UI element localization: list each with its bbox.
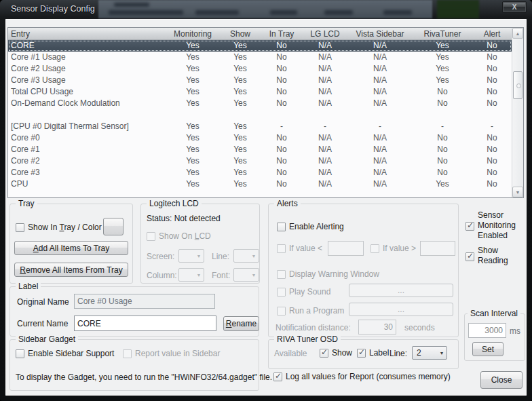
tray-color-button[interactable] <box>103 218 124 235</box>
log-all-values-checkbox[interactable]: Log all values for Report (consumes memo… <box>273 372 451 381</box>
scan-interval-input[interactable] <box>468 323 506 338</box>
titlebar-blur-blob <box>195 10 239 15</box>
titlebar-blur-blob <box>437 0 479 18</box>
gadget-note-text: To display the Gadget, you need to run t… <box>16 373 272 382</box>
riva-tuner-group: RIVA Tuner OSD Available Show Label Line… <box>268 339 459 369</box>
title-bar[interactable]: Sensor Display Config X <box>0 0 532 19</box>
group-title-label: Label <box>16 282 41 291</box>
group-title-alerts: Alerts <box>274 199 301 208</box>
display-warning-label: Display Warning Window <box>289 269 379 279</box>
table-row[interactable]: Core #1 UsageYesYesNoN/AN/AYesNo <box>8 52 512 63</box>
close-window-button[interactable]: X <box>502 1 527 13</box>
table-row[interactable]: Core #2 UsageYesYesNoN/AN/AYesNo <box>8 63 512 75</box>
column-header-vista-sidebar[interactable]: Vista Sidebar <box>347 28 413 39</box>
sensor-table: EntryMonitoringShowIn TrayLG LCDVista Si… <box>7 27 524 198</box>
cell-value: Yes <box>220 144 261 155</box>
checkbox-icon[interactable] <box>16 349 24 358</box>
show-on-lcd-label: Show On LCD <box>159 231 211 241</box>
titlebar-blur-blob <box>324 10 353 15</box>
scroll-up-icon[interactable]: ▲ <box>512 28 523 39</box>
cell-value: No <box>472 178 512 190</box>
set-button[interactable]: Set <box>472 342 504 356</box>
original-name-input <box>74 294 215 309</box>
table-row[interactable]: [CPU #0 Digital Thermal Sensor]YesYes---… <box>8 121 512 132</box>
cell-value <box>413 109 472 121</box>
table-row[interactable]: Core #1YesYesNoN/AN/ANoNo <box>8 144 512 155</box>
cell-value: No <box>261 155 303 167</box>
cell-value: No <box>472 52 512 63</box>
checkbox-icon[interactable] <box>273 373 282 381</box>
show-in-tray-checkbox[interactable]: Show In Tray / Color <box>16 223 102 232</box>
cell-value: Yes <box>166 144 220 155</box>
play-sound-checkbox: Play Sound <box>277 287 330 297</box>
cell-value: No <box>413 167 472 178</box>
scrollbar-thumb[interactable] <box>513 71 522 99</box>
table-row[interactable]: On-Demand Clock ModulationYesYesNoN/AN/A… <box>8 98 512 109</box>
cell-value: No <box>472 144 512 155</box>
label-group: Label Original Name Current Name Rename <box>10 286 259 337</box>
table-row[interactable]: Core #3YesYesNoN/AN/ANoNo <box>8 167 512 178</box>
cell-value: - <box>413 121 472 132</box>
column-header-in-tray[interactable]: In Tray <box>261 28 303 39</box>
checkbox-icon[interactable] <box>16 223 24 232</box>
column-header-entry[interactable]: Entry <box>8 28 166 39</box>
enable-alerting-checkbox[interactable]: Enable Alerting <box>277 222 344 231</box>
riva-label-checkbox[interactable]: Label <box>357 348 389 358</box>
column-header-rivatuner[interactable]: RivaTuner <box>413 28 472 39</box>
checkbox-icon[interactable] <box>320 349 328 358</box>
cell-entry: Core #0 <box>8 132 166 144</box>
titlebar-blur-blob <box>383 10 412 15</box>
table-row[interactable]: CPUYesYesNoN/AN/AYesNo <box>8 178 512 190</box>
browse-sound-button: ... <box>349 284 453 297</box>
cell-value: N/A <box>347 52 413 63</box>
cell-value: N/A <box>347 75 413 86</box>
report-value-label: Report value in Sidebar <box>135 349 220 358</box>
column-header-monitoring[interactable]: Monitoring <box>166 28 220 39</box>
cell-value: N/A <box>303 132 347 144</box>
if-value-less-checkbox: If value < <box>277 244 322 253</box>
cell-value: No <box>261 63 303 75</box>
cell-value: No <box>261 132 303 144</box>
if-value-less-label: If value < <box>289 244 322 253</box>
cell-value: N/A <box>303 52 347 63</box>
riva-show-checkbox[interactable]: Show <box>320 348 352 358</box>
line-label: Line: <box>212 252 229 261</box>
column-header-show[interactable]: Show <box>220 28 261 39</box>
cell-value: Yes <box>413 52 472 63</box>
current-name-input[interactable] <box>74 316 216 331</box>
cell-value: No <box>472 40 512 52</box>
scroll-down-icon[interactable]: ▼ <box>512 187 523 197</box>
add-all-items-button[interactable]: Add All Items To Tray <box>14 241 128 255</box>
cell-value: - <box>303 121 347 132</box>
checkbox-icon[interactable] <box>466 252 474 261</box>
cell-value: Yes <box>166 178 220 190</box>
checkbox-icon[interactable] <box>466 222 474 231</box>
table-row[interactable]: Core #2YesYesNoN/AN/ANoNo <box>8 155 512 167</box>
table-row[interactable]: Core #0YesYesNoN/AN/ANoNo <box>8 132 512 144</box>
table-row[interactable]: COREYesYesNoN/AN/AYesNo <box>8 40 512 52</box>
column-header-alert[interactable]: Alert <box>472 28 512 39</box>
table-row[interactable] <box>8 109 512 121</box>
table-row[interactable]: Total CPU UsageYesYesNoN/AN/ANoNo <box>8 86 512 98</box>
checkbox-icon[interactable] <box>277 223 286 231</box>
cell-entry: Core #1 <box>8 144 166 155</box>
cell-entry: Core #2 Usage <box>8 63 166 75</box>
rename-button[interactable]: Rename <box>223 316 259 331</box>
show-reading-checkbox[interactable] <box>466 252 474 261</box>
cell-entry: Core #1 Usage <box>8 52 166 63</box>
font-dropdown: ▼ <box>233 268 259 282</box>
sensor-table-body: COREYesYesNoN/AN/AYesNoCore #1 UsageYesY… <box>8 40 512 190</box>
enable-sidebar-checkbox[interactable]: Enable Sidebar Support <box>16 349 114 358</box>
cell-entry: On-Demand Clock Modulation <box>8 98 166 109</box>
column-header-lg-lcd[interactable]: LG LCD <box>303 28 347 39</box>
table-row[interactable]: Core #3 UsageYesYesNoN/AN/AYesNo <box>8 75 512 86</box>
cell-value: No <box>472 98 512 109</box>
remove-all-items-button[interactable]: Remove All Items From Tray <box>14 263 128 277</box>
cell-entry: CORE <box>8 40 166 52</box>
close-button[interactable]: Close <box>480 371 522 389</box>
checkbox-icon[interactable] <box>357 349 366 358</box>
riva-line-dropdown[interactable]: 2 ▼ <box>412 346 447 360</box>
cell-value: Yes <box>220 132 261 144</box>
vertical-scrollbar[interactable]: ▲ ▼ <box>512 28 523 197</box>
sensor-monitoring-checkbox[interactable] <box>466 222 474 231</box>
